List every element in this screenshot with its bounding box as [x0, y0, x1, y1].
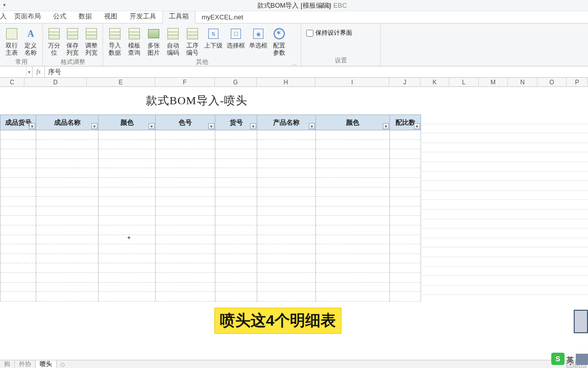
table-cell[interactable]: [99, 177, 156, 187]
new-sheet-button[interactable]: ◇: [57, 361, 68, 368]
sheet-tab-purchase[interactable]: 购: [0, 360, 15, 368]
col-header-h[interactable]: H: [257, 78, 315, 86]
table-cell[interactable]: [156, 272, 215, 282]
table-cell[interactable]: [390, 254, 421, 263]
table-cell[interactable]: [257, 254, 316, 263]
table-cell[interactable]: [316, 168, 390, 178]
table-cell[interactable]: [215, 158, 257, 168]
table-cell[interactable]: [215, 225, 257, 235]
table-cell[interactable]: [215, 130, 257, 140]
table-cell[interactable]: [99, 216, 156, 225]
table-row[interactable]: [1, 177, 421, 187]
table-row[interactable]: [1, 225, 421, 235]
table-cell[interactable]: [99, 244, 156, 254]
tab-insert-fragment[interactable]: 入: [0, 10, 8, 23]
table-cell[interactable]: [390, 272, 421, 282]
table-cell[interactable]: [36, 187, 99, 197]
table-cell[interactable]: [316, 263, 390, 273]
table-cell[interactable]: [99, 158, 156, 168]
table-cell[interactable]: [215, 292, 257, 302]
btn-ten-thousand[interactable]: 万分位: [46, 26, 62, 57]
table-cell[interactable]: [99, 254, 156, 263]
table-cell[interactable]: [156, 149, 215, 159]
table-cell[interactable]: [390, 282, 421, 292]
table-cell[interactable]: [316, 158, 390, 168]
table-cell[interactable]: [99, 225, 156, 235]
sheet-tab-nozzle[interactable]: 喷头: [36, 360, 57, 368]
table-cell[interactable]: [156, 225, 215, 235]
table-cell[interactable]: [156, 130, 215, 140]
table-row[interactable]: [1, 130, 421, 140]
table-cell[interactable]: [390, 177, 421, 187]
table-cell[interactable]: [257, 130, 316, 140]
table-cell[interactable]: [257, 282, 316, 292]
table-cell[interactable]: [257, 244, 316, 254]
table-cell[interactable]: [215, 244, 257, 254]
fx-button[interactable]: fx: [33, 66, 45, 77]
table-cell[interactable]: [1, 254, 36, 263]
table-cell[interactable]: [156, 263, 215, 273]
btn-select-box[interactable]: ☐选择框: [226, 26, 246, 50]
group-dialog-launcher[interactable]: ...: [292, 61, 297, 66]
table-cell[interactable]: [1, 168, 36, 178]
table-cell[interactable]: [156, 197, 215, 206]
table-cell[interactable]: [316, 187, 390, 197]
table-cell[interactable]: [1, 292, 36, 302]
tab-toolbox[interactable]: 工具箱: [162, 9, 195, 24]
table-cell[interactable]: [99, 272, 156, 282]
table-cell[interactable]: [36, 254, 99, 263]
table-cell[interactable]: [257, 140, 316, 149]
table-cell[interactable]: [36, 130, 99, 140]
table-row[interactable]: [1, 187, 421, 197]
table-cell[interactable]: [156, 206, 215, 216]
table-cell[interactable]: [390, 235, 421, 244]
table-cell[interactable]: [1, 272, 36, 282]
table-cell[interactable]: [390, 187, 421, 197]
col-header-k[interactable]: K: [421, 78, 449, 86]
table-cell[interactable]: [1, 197, 36, 206]
btn-double-row-master[interactable]: 双行 主表: [3, 26, 20, 57]
table-cell[interactable]: [99, 197, 156, 206]
btn-config-param[interactable]: 配置 参数: [271, 26, 288, 57]
table-cell[interactable]: [257, 292, 316, 302]
btn-define-name[interactable]: A 定义 名称: [22, 26, 40, 57]
table-cell[interactable]: [316, 235, 390, 244]
filter-icon[interactable]: ▾: [208, 123, 214, 129]
table-row[interactable]: [1, 140, 421, 149]
table-cell[interactable]: [156, 187, 215, 197]
col-header-f[interactable]: F: [155, 78, 215, 86]
table-row[interactable]: [1, 197, 421, 206]
col-header-n[interactable]: N: [508, 78, 537, 86]
table-cell[interactable]: [36, 235, 99, 244]
table-cell[interactable]: [1, 235, 36, 244]
table-cell[interactable]: [215, 282, 257, 292]
table-cell[interactable]: [1, 130, 36, 140]
col-header-j[interactable]: J: [389, 78, 421, 86]
filter-icon[interactable]: ▾: [250, 123, 256, 129]
filter-icon[interactable]: ▾: [29, 123, 35, 129]
table-cell[interactable]: [156, 292, 215, 302]
table-cell[interactable]: [390, 216, 421, 225]
table-cell[interactable]: [99, 140, 156, 149]
check-keep-design-ui[interactable]: 保持设计界面: [304, 27, 354, 39]
table-cell[interactable]: [316, 292, 390, 302]
table-cell[interactable]: [36, 244, 99, 254]
table-cell[interactable]: [316, 140, 390, 149]
table-cell[interactable]: [390, 292, 421, 302]
table-cell[interactable]: [390, 149, 421, 159]
table-row[interactable]: [1, 168, 421, 178]
filter-icon[interactable]: ▾: [414, 123, 420, 129]
table-cell[interactable]: [1, 225, 36, 235]
table-cell[interactable]: [215, 254, 257, 263]
table-cell[interactable]: [257, 235, 316, 244]
table-cell[interactable]: [215, 206, 257, 216]
table-cell[interactable]: [215, 149, 257, 159]
table-row[interactable]: [1, 235, 421, 244]
table-cell[interactable]: [36, 197, 99, 206]
col-header-l[interactable]: L: [449, 78, 479, 86]
table-cell[interactable]: [156, 158, 215, 168]
table-cell[interactable]: [36, 206, 99, 216]
table-row[interactable]: [1, 254, 421, 263]
table-cell[interactable]: [390, 168, 421, 178]
table-row[interactable]: [1, 216, 421, 225]
